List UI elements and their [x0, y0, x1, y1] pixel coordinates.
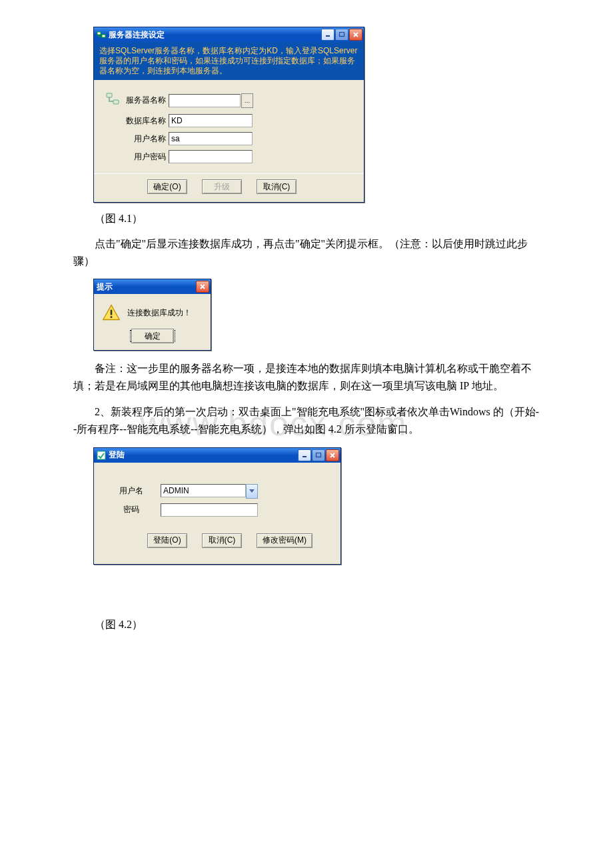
instruction-text: 选择SQLServer服务器名称，数据库名称内定为KD，输入登录SQLServe…	[94, 42, 364, 80]
msgbox-ok-button[interactable]: 确定	[131, 329, 174, 343]
ok-button[interactable]: 确定(O)	[147, 179, 187, 194]
upgrade-button: 升级	[202, 179, 242, 194]
server-name-label: 服务器名称	[126, 95, 169, 106]
svg-rect-9	[113, 100, 119, 104]
login-password-input[interactable]	[161, 503, 258, 517]
close-button[interactable]	[349, 29, 362, 41]
change-password-button[interactable]: 修改密码(M)	[257, 533, 312, 548]
browse-server-button[interactable]: …	[241, 93, 253, 108]
database-name-input[interactable]	[169, 114, 253, 127]
login-user-select[interactable]	[161, 484, 246, 497]
svg-rect-17	[316, 453, 321, 457]
svg-rect-8	[107, 93, 112, 97]
server-icon	[105, 91, 126, 109]
figure-caption-4-2: （图 4.2）	[73, 618, 540, 632]
login-app-icon	[97, 451, 106, 460]
msgbox-text: 连接数据库成功！	[127, 307, 191, 319]
login-title: 登陆	[109, 449, 298, 461]
login-user-label: 用户名	[105, 485, 161, 497]
message-box: 提示 连接数据库成功！ 确定	[93, 279, 211, 351]
msgbox-titlebar[interactable]: 提示	[94, 279, 211, 294]
login-dialog: 登陆 用户名 密码 登陆(O) 取消(C) 修改密	[93, 447, 341, 565]
msgbox-title: 提示	[97, 281, 196, 293]
username-input[interactable]	[169, 132, 253, 145]
paragraph-2: 备注：这一步里的服务器名称一项，是接连本地的数据库则填本电脑计算机名称或干脆空着…	[73, 360, 540, 394]
server-connection-dialog: 服务器连接设定 选择SQLServer服务器名称，数据库名称内定为KD，输入登录…	[93, 27, 364, 203]
password-label: 用户密码	[126, 151, 169, 163]
login-titlebar[interactable]: 登陆	[94, 448, 340, 463]
titlebar[interactable]: 服务器连接设定	[94, 27, 364, 42]
maximize-button	[335, 29, 348, 41]
login-minimize-button[interactable]	[298, 449, 311, 461]
svg-rect-5	[340, 33, 344, 37]
password-input[interactable]	[169, 150, 253, 163]
app-icon	[97, 30, 106, 39]
paragraph-3: 2、新装程序后的第一次启动：双击桌面上"智能充电系统"图标或者依次单击Windo…	[73, 403, 540, 437]
username-label: 用户名称	[126, 133, 169, 145]
chevron-down-icon	[249, 489, 255, 493]
dropdown-button[interactable]	[246, 484, 258, 499]
dialog-title: 服务器连接设定	[109, 29, 321, 41]
figure-caption-4-1: （图 4.1）	[73, 212, 540, 226]
svg-rect-1	[102, 35, 105, 37]
login-password-label: 密码	[105, 504, 161, 515]
svg-rect-0	[97, 32, 101, 35]
minimize-button[interactable]	[321, 29, 334, 41]
login-maximize-button	[312, 449, 325, 461]
login-button[interactable]: 登陆(O)	[147, 533, 187, 548]
database-name-label: 数据库名称	[126, 115, 169, 127]
msgbox-close-button[interactable]	[196, 281, 209, 293]
cancel-button[interactable]: 取消(C)	[257, 179, 297, 194]
warning-icon	[102, 303, 121, 322]
login-close-button[interactable]	[326, 449, 339, 461]
svg-rect-13	[111, 310, 113, 315]
svg-rect-14	[111, 316, 113, 318]
paragraph-1: 点击"确定"后显示连接数据库成功，再点击"确定"关闭提示框。（注意：以后使用时跳…	[73, 235, 540, 269]
server-name-input[interactable]	[169, 94, 241, 107]
login-cancel-button[interactable]: 取消(C)	[202, 533, 242, 548]
